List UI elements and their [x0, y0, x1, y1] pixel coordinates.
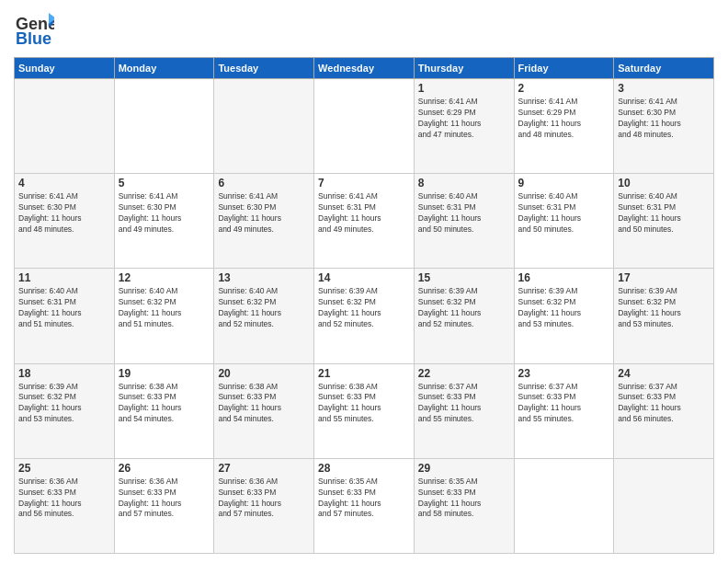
day-cell: 7Sunrise: 6:41 AM Sunset: 6:31 PM Daylig…	[314, 174, 415, 269]
day-info: Sunrise: 6:39 AM Sunset: 6:32 PM Dayligh…	[418, 286, 510, 330]
day-info: Sunrise: 6:41 AM Sunset: 6:30 PM Dayligh…	[218, 191, 310, 236]
day-number: 17	[618, 271, 710, 284]
page: General Blue SundayMondayTuesdayWednesda…	[0, 0, 728, 563]
day-info: Sunrise: 6:39 AM Sunset: 6:32 PM Dayligh…	[518, 286, 610, 330]
day-cell: 28Sunrise: 6:35 AM Sunset: 6:33 PM Dayli…	[314, 458, 415, 553]
day-cell: 25Sunrise: 6:36 AM Sunset: 6:33 PM Dayli…	[15, 458, 115, 553]
day-cell	[114, 79, 214, 174]
day-number: 27	[218, 462, 310, 475]
col-header-tuesday: Tuesday	[214, 58, 314, 79]
day-number: 21	[318, 367, 410, 380]
day-info: Sunrise: 6:41 AM Sunset: 6:31 PM Dayligh…	[318, 191, 410, 236]
header: General Blue	[14, 9, 714, 50]
day-number: 12	[119, 271, 210, 284]
day-cell: 11Sunrise: 6:40 AM Sunset: 6:31 PM Dayli…	[15, 269, 115, 363]
day-number: 26	[119, 462, 210, 475]
day-info: Sunrise: 6:40 AM Sunset: 6:31 PM Dayligh…	[18, 286, 110, 330]
logo: General Blue	[14, 9, 54, 50]
svg-text:Blue: Blue	[16, 29, 51, 48]
day-cell	[614, 458, 714, 553]
day-number: 14	[318, 271, 410, 284]
day-number: 11	[18, 271, 110, 284]
day-number: 16	[518, 271, 610, 284]
day-info: Sunrise: 6:35 AM Sunset: 6:33 PM Dayligh…	[318, 477, 410, 521]
day-number: 25	[18, 462, 110, 475]
day-info: Sunrise: 6:40 AM Sunset: 6:31 PM Dayligh…	[418, 191, 510, 236]
day-info: Sunrise: 6:36 AM Sunset: 6:33 PM Dayligh…	[218, 477, 310, 521]
day-cell	[314, 79, 415, 174]
day-info: Sunrise: 6:40 AM Sunset: 6:32 PM Dayligh…	[119, 286, 210, 330]
week-row-2: 4Sunrise: 6:41 AM Sunset: 6:30 PM Daylig…	[15, 174, 714, 269]
day-cell	[214, 79, 314, 174]
day-info: Sunrise: 6:36 AM Sunset: 6:33 PM Dayligh…	[119, 477, 210, 521]
day-info: Sunrise: 6:41 AM Sunset: 6:30 PM Dayligh…	[119, 191, 210, 236]
day-cell: 18Sunrise: 6:39 AM Sunset: 6:32 PM Dayli…	[15, 363, 115, 458]
day-cell: 2Sunrise: 6:41 AM Sunset: 6:29 PM Daylig…	[514, 79, 614, 174]
day-cell: 4Sunrise: 6:41 AM Sunset: 6:30 PM Daylig…	[15, 174, 115, 269]
day-number: 10	[618, 177, 710, 190]
week-row-1: 1Sunrise: 6:41 AM Sunset: 6:29 PM Daylig…	[15, 79, 714, 174]
day-info: Sunrise: 6:39 AM Sunset: 6:32 PM Dayligh…	[618, 286, 710, 330]
day-cell: 21Sunrise: 6:38 AM Sunset: 6:33 PM Dayli…	[314, 363, 415, 458]
day-number: 8	[418, 177, 510, 190]
day-cell: 8Sunrise: 6:40 AM Sunset: 6:31 PM Daylig…	[414, 174, 514, 269]
day-info: Sunrise: 6:39 AM Sunset: 6:32 PM Dayligh…	[18, 382, 110, 426]
day-cell: 13Sunrise: 6:40 AM Sunset: 6:32 PM Dayli…	[214, 269, 314, 363]
day-info: Sunrise: 6:39 AM Sunset: 6:32 PM Dayligh…	[318, 286, 410, 330]
day-number: 1	[418, 82, 510, 95]
col-header-wednesday: Wednesday	[314, 58, 415, 79]
day-number: 7	[318, 177, 410, 190]
header-row: SundayMondayTuesdayWednesdayThursdayFrid…	[15, 58, 714, 79]
day-cell: 22Sunrise: 6:37 AM Sunset: 6:33 PM Dayli…	[414, 363, 514, 458]
day-number: 6	[218, 177, 310, 190]
day-info: Sunrise: 6:40 AM Sunset: 6:32 PM Dayligh…	[218, 286, 310, 330]
week-row-4: 18Sunrise: 6:39 AM Sunset: 6:32 PM Dayli…	[15, 363, 714, 458]
day-cell: 9Sunrise: 6:40 AM Sunset: 6:31 PM Daylig…	[514, 174, 614, 269]
day-number: 2	[518, 82, 610, 95]
day-info: Sunrise: 6:38 AM Sunset: 6:33 PM Dayligh…	[119, 382, 210, 426]
day-cell: 16Sunrise: 6:39 AM Sunset: 6:32 PM Dayli…	[514, 269, 614, 363]
day-info: Sunrise: 6:35 AM Sunset: 6:33 PM Dayligh…	[418, 477, 510, 521]
day-number: 3	[618, 82, 710, 95]
day-number: 20	[218, 367, 310, 380]
day-info: Sunrise: 6:38 AM Sunset: 6:33 PM Dayligh…	[218, 382, 310, 426]
day-cell: 10Sunrise: 6:40 AM Sunset: 6:31 PM Dayli…	[614, 174, 714, 269]
day-number: 24	[618, 367, 710, 380]
day-info: Sunrise: 6:41 AM Sunset: 6:30 PM Dayligh…	[18, 191, 110, 236]
day-info: Sunrise: 6:37 AM Sunset: 6:33 PM Dayligh…	[418, 382, 510, 426]
day-cell: 26Sunrise: 6:36 AM Sunset: 6:33 PM Dayli…	[114, 458, 214, 553]
day-info: Sunrise: 6:36 AM Sunset: 6:33 PM Dayligh…	[18, 477, 110, 521]
day-cell: 3Sunrise: 6:41 AM Sunset: 6:30 PM Daylig…	[614, 79, 714, 174]
day-cell: 29Sunrise: 6:35 AM Sunset: 6:33 PM Dayli…	[414, 458, 514, 553]
day-cell: 24Sunrise: 6:37 AM Sunset: 6:33 PM Dayli…	[614, 363, 714, 458]
week-row-5: 25Sunrise: 6:36 AM Sunset: 6:33 PM Dayli…	[15, 458, 714, 553]
week-row-3: 11Sunrise: 6:40 AM Sunset: 6:31 PM Dayli…	[15, 269, 714, 363]
col-header-monday: Monday	[114, 58, 214, 79]
day-number: 28	[318, 462, 410, 475]
day-info: Sunrise: 6:37 AM Sunset: 6:33 PM Dayligh…	[518, 382, 610, 426]
day-cell: 20Sunrise: 6:38 AM Sunset: 6:33 PM Dayli…	[214, 363, 314, 458]
day-number: 23	[518, 367, 610, 380]
day-cell: 17Sunrise: 6:39 AM Sunset: 6:32 PM Dayli…	[614, 269, 714, 363]
day-cell	[15, 79, 115, 174]
day-cell	[514, 458, 614, 553]
day-cell: 6Sunrise: 6:41 AM Sunset: 6:30 PM Daylig…	[214, 174, 314, 269]
logo-icon: General Blue	[14, 9, 54, 50]
day-info: Sunrise: 6:41 AM Sunset: 6:29 PM Dayligh…	[418, 97, 510, 141]
day-info: Sunrise: 6:41 AM Sunset: 6:29 PM Dayligh…	[518, 97, 610, 141]
day-number: 18	[18, 367, 110, 380]
day-cell: 15Sunrise: 6:39 AM Sunset: 6:32 PM Dayli…	[414, 269, 514, 363]
day-cell: 27Sunrise: 6:36 AM Sunset: 6:33 PM Dayli…	[214, 458, 314, 553]
day-info: Sunrise: 6:40 AM Sunset: 6:31 PM Dayligh…	[618, 191, 710, 236]
day-cell: 12Sunrise: 6:40 AM Sunset: 6:32 PM Dayli…	[114, 269, 214, 363]
col-header-friday: Friday	[514, 58, 614, 79]
day-number: 13	[218, 271, 310, 284]
day-info: Sunrise: 6:41 AM Sunset: 6:30 PM Dayligh…	[618, 97, 710, 141]
day-number: 15	[418, 271, 510, 284]
day-cell: 1Sunrise: 6:41 AM Sunset: 6:29 PM Daylig…	[414, 79, 514, 174]
col-header-thursday: Thursday	[414, 58, 514, 79]
col-header-saturday: Saturday	[614, 58, 714, 79]
day-info: Sunrise: 6:37 AM Sunset: 6:33 PM Dayligh…	[618, 382, 710, 426]
day-cell: 23Sunrise: 6:37 AM Sunset: 6:33 PM Dayli…	[514, 363, 614, 458]
day-number: 29	[418, 462, 510, 475]
